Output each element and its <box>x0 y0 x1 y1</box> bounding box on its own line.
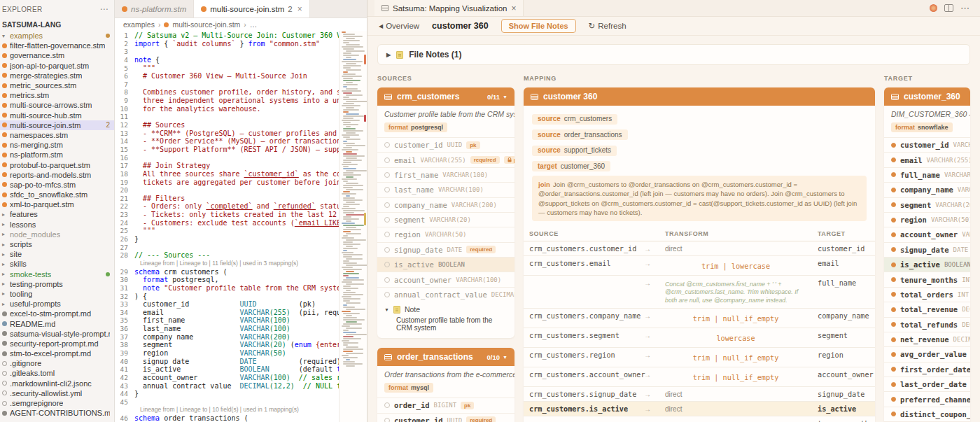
target-field-row-total_revenue[interactable]: total_revenueDECIMAL(14,2) <box>884 302 970 316</box>
breadcrumb-item[interactable]: … <box>250 20 258 29</box>
explorer-item-satsuma-visual-style-prompt.md[interactable]: satsuma-visual-style-prompt.md <box>0 329 114 339</box>
explorer-item-tooling[interactable]: ▸tooling <box>0 289 114 299</box>
explorer-item-sfdc_to_snowflake.stm[interactable]: sfdc_to_snowflake.stm <box>0 190 114 199</box>
code-line[interactable]: 16 <box>115 154 339 162</box>
code-line[interactable]: 21 ## Filters <box>115 195 339 203</box>
field-row-is_active[interactable]: is_activeBOOLEAN <box>377 257 514 272</box>
explorer-item-filter-flatten-governance.stm[interactable]: filter-flatten-governance.stm <box>0 41 114 50</box>
code-line[interactable]: 1// Satsuma v2 — Multi-Source Join: Cust… <box>115 31 339 40</box>
explorer-item-xml-to-parquet.stm[interactable]: xml-to-parquet.stm <box>0 199 114 209</box>
explorer-item-node_modules[interactable]: ▸node_modules <box>0 230 114 239</box>
target-card-header[interactable]: customer_360 <box>884 87 970 106</box>
show-file-notes-button[interactable]: Show File Notes <box>501 19 576 33</box>
mapping-row-customer_id[interactable]: crm_customers.customer_id→directcustomer… <box>524 241 875 256</box>
target-field-row-account_owner[interactable]: account_ownerVARCHAR(100) <box>884 227 970 241</box>
target-field-row-preferred_channel[interactable]: preferred_channelVARCHAR(20) <box>884 391 970 406</box>
field-row-email[interactable]: emailVARCHAR(255)requiredpii <box>377 152 514 167</box>
code-line[interactable]: 43 annual_contract_value DECIMAL(12,2) /… <box>115 382 339 391</box>
close-icon[interactable]: × <box>298 4 302 14</box>
mapping-card-header[interactable]: customer 360 <box>524 87 875 106</box>
minimap[interactable] <box>339 31 367 422</box>
code-line[interactable]: 32) { <box>115 293 339 301</box>
explorer-item-useful-prompts[interactable]: ▸useful-prompts <box>0 299 114 309</box>
target-field-row-signup_date[interactable]: signup_dateDATErequired <box>884 242 970 257</box>
mapping-row-signup_date[interactable]: crm_customers.signup_date→directsignup_d… <box>524 387 875 402</box>
explorer-item-.security-allowlist.yml[interactable]: .security-allowlist.yml <box>0 388 114 398</box>
code-line[interactable]: 23 - Tickets: only tickets created in th… <box>115 211 339 219</box>
code-line[interactable]: 19 tickets are aggregated per customer b… <box>115 178 339 187</box>
field-row-annual_contract_value[interactable]: annual_contract_valueDECIMAL(12,2) <box>377 287 514 302</box>
explorer-item-protobuf-to-parquet.stm[interactable]: protobuf-to-parquet.stm <box>0 160 114 169</box>
panel-tab[interactable]: Satsuma: Mapping Visualization × <box>374 0 524 16</box>
explorer-item-README.md[interactable]: README.md <box>0 318 114 328</box>
code-line[interactable]: 13 - **CRM** (PostgreSQL) — customer pro… <box>115 129 339 138</box>
code-line[interactable]: 5 """ <box>115 64 339 73</box>
code-line[interactable]: 37 company_name VARCHAR(200) <box>115 333 339 342</box>
code-line[interactable]: 40 signup_date DATE (required) <box>115 358 339 366</box>
split-editor-icon[interactable] <box>944 4 953 12</box>
code-line[interactable]: 35 first_name VARCHAR(100) <box>115 316 339 325</box>
explorer-item-security-report-prompt.md[interactable]: security-report-prompt.md <box>0 339 114 349</box>
target-field-row-net_revenue[interactable]: net_revenueDECIMAL(14,2) <box>884 332 970 346</box>
explorer-item-.markdownlint-cli2.jsonc[interactable]: .markdownlint-cli2.jsonc <box>0 379 114 388</box>
mapping-row-account_owner[interactable]: crm_customers.account_owner→trim | null_… <box>524 367 875 387</box>
code-line[interactable]: 2import { `audit columns` } from "common… <box>115 40 339 48</box>
explorer-item-.gitignore[interactable]: .gitignore <box>0 358 114 368</box>
target-field-row-first_order_date[interactable]: first_order_dateDATE <box>884 362 970 377</box>
code-line[interactable]: 8 Combines customer profile, order histo… <box>115 88 339 97</box>
explorer-item-metric_sources.stm[interactable]: metric_sources.stm <box>0 80 114 90</box>
explorer-item-scripts[interactable]: ▸scripts <box>0 239 114 249</box>
code-line[interactable]: 31 note "Customer profile table from the… <box>115 284 339 293</box>
code-lens-row[interactable]: Lineage from | Lineage to | 11 field(s) … <box>115 260 339 268</box>
field-row-order_id[interactable]: order_idBIGINTpk <box>377 398 514 412</box>
field-row-first_name[interactable]: first_nameVARCHAR(100) <box>377 167 514 182</box>
target-field-row-full_name[interactable]: full_nameVARCHAR(200) <box>884 167 970 182</box>
code-line[interactable]: 17 ## Join Strategy <box>115 162 339 170</box>
code-line[interactable]: 12 ## Sources <box>115 121 339 129</box>
explorer-item-.gitleaks.toml[interactable]: .gitleaks.toml <box>0 368 114 378</box>
code-line[interactable]: 45 <box>115 398 339 407</box>
code-line[interactable]: 42 account_owner VARCHAR(100) // sales r… <box>115 374 339 382</box>
code-line[interactable]: 38 segment VARCHAR(20) (enum {enterprise… <box>115 341 339 349</box>
code-line[interactable]: 46schema order_transactions ( <box>115 414 339 422</box>
target-field-row-last_order_date[interactable]: last_order_dateDATE <box>884 377 970 391</box>
explorer-item-.semgrepignore[interactable]: .semgrepignore <box>0 398 114 408</box>
explorer-item-site[interactable]: ▸site <box>0 249 114 259</box>
explorer-item-merge-strategies.stm[interactable]: merge-strategies.stm <box>0 71 114 80</box>
target-field-row-avg_order_value[interactable]: avg_order_valueDECIMAL(12,2) <box>884 346 970 361</box>
explorer-item-smoke-tests[interactable]: ▸smoke-tests <box>0 269 114 279</box>
mapping-row-segment[interactable]: crm_customers.segment→lowercasesegment <box>524 328 875 348</box>
target-field-row-email[interactable]: emailVARCHAR(255)pii <box>884 152 970 167</box>
code-line[interactable]: 6 # Customer 360 View — Multi-Source Joi… <box>115 72 339 80</box>
code-lens-row[interactable]: Lineage from | Lineage to | 10 field(s) … <box>115 406 339 414</box>
field-row-segment[interactable]: segmentVARCHAR(20) <box>377 212 514 227</box>
explorer-item-lessons[interactable]: ▸lessons <box>0 220 114 230</box>
target-field-row-customer_id[interactable]: customer_idVARCHAR(36)pk <box>884 137 970 152</box>
field-row-company_name[interactable]: company_nameVARCHAR(200) <box>377 197 514 212</box>
tab-ns-platform[interactable]: ns-platform.stm <box>115 0 194 17</box>
file-notes-toggle[interactable]: ▶ File Notes (1) <box>377 44 970 65</box>
target-field-row-tenure_months[interactable]: tenure_monthsINT <box>884 272 970 286</box>
target-field-row-total_orders[interactable]: total_ordersINT <box>884 287 970 302</box>
breadcrumb-item[interactable]: examples <box>123 20 155 29</box>
explorer-more-icon[interactable]: ⋯ <box>100 4 108 14</box>
explorer-item-multi-source-join.stm[interactable]: multi-source-join.stm2 <box>0 120 114 130</box>
code-line[interactable]: 9 three independent operational systems … <box>115 97 339 105</box>
target-field-row-company_name[interactable]: company_nameVARCHAR(200) <box>884 182 970 197</box>
explorer-item-stm-to-excel-prompt.md[interactable]: stm-to-excel-prompt.md <box>0 349 114 358</box>
tab-multi-source-join[interactable]: multi-source-join.stm 2 × <box>194 0 310 17</box>
breadcrumb-item[interactable]: multi-source-join.stm <box>172 20 240 29</box>
explorer-item-metrics.stm[interactable]: metrics.stm <box>0 90 114 100</box>
code-line[interactable]: 30 format postgresql, <box>115 276 339 284</box>
explorer-item-reports-and-models.stm[interactable]: reports-and-models.stm <box>0 170 114 180</box>
code-line[interactable]: 4note { <box>115 56 339 64</box>
code-line[interactable]: 3 <box>115 48 339 56</box>
explorer-item-AGENT-CONTRIBUTIONS.md[interactable]: AGENT-CONTRIBUTIONS.md <box>0 408 114 418</box>
mapping-row-is_active[interactable]: crm_customers.is_active→directis_active <box>524 402 875 416</box>
target-field-row-region[interactable]: regionVARCHAR(50) <box>884 212 970 227</box>
explorer-item-examples[interactable]: ▾examples <box>0 31 114 41</box>
code-line[interactable]: 14 - **Order Service** (MySQL) — order t… <box>115 137 339 146</box>
target-field-row-distinct_coupon_count[interactable]: distinct_coupon_countINT <box>884 407 970 421</box>
mapping-row-tenure_months[interactable]: →Calculate months between @crm_customers… <box>524 416 875 422</box>
close-icon[interactable]: × <box>511 3 516 13</box>
